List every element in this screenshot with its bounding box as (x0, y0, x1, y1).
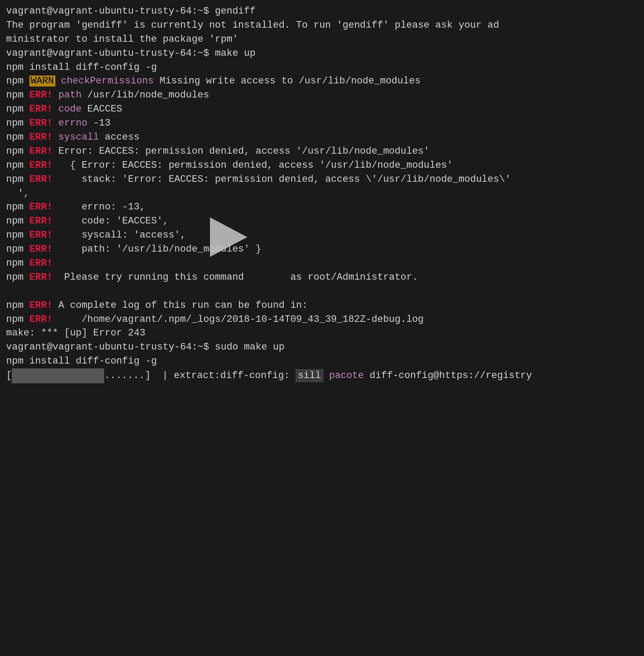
line-17: npm ERR! syscall: 'access', (6, 228, 638, 242)
check-permissions: checkPermissions (61, 76, 154, 87)
err-badge-17: ERR! (29, 230, 53, 241)
err-badge-13: ERR! (29, 174, 53, 185)
line-9: npm ERR! errno -13 (6, 116, 638, 130)
line-23: npm ERR! /home/vagrant/.npm/_logs/2018-1… (6, 313, 638, 327)
syscall-label: syscall (58, 132, 99, 143)
err-badge-9: ERR! (29, 118, 53, 129)
line-2: The program 'gendiff' is currently not i… (6, 18, 638, 32)
line-7: npm ERR! path /usr/lib/node_modules (6, 88, 638, 102)
errno-label: errno (58, 118, 87, 129)
err-badge-7: ERR! (29, 90, 53, 101)
line-18: npm ERR! path: '/usr/lib/node_modules' } (6, 242, 638, 256)
line-12: npm ERR! { Error: EACCES: permission den… (6, 159, 638, 173)
line-22: npm ERR! A complete log of this run can … (6, 299, 638, 313)
err-badge-10: ERR! (29, 132, 53, 143)
err-badge-16: ERR! (29, 216, 53, 227)
line-13: npm ERR! stack: 'Error: EACCES: permissi… (6, 173, 638, 187)
pacote-text: pacote (329, 370, 364, 381)
line-27: [ .......] | extract:diff-config: sill p… (6, 368, 638, 383)
line-3: ministrator to install the package 'rpm' (6, 32, 638, 47)
line-5: npm install diff-config -g (6, 61, 638, 75)
line-6: npm WARN checkPermissions Missing write … (6, 74, 638, 88)
err-badge-8: ERR! (29, 104, 53, 115)
terminal: vagrant@vagrant-ubuntu-trusty-64:~$ gend… (6, 4, 638, 383)
line-1: vagrant@vagrant-ubuntu-trusty-64:~$ gend… (6, 4, 638, 18)
err-badge-20: ERR! (29, 272, 53, 283)
err-badge-12: ERR! (29, 160, 53, 171)
err-badge-19: ERR! (29, 258, 53, 269)
line-21 (6, 285, 638, 299)
line-11: npm ERR! Error: EACCES: permission denie… (6, 144, 638, 159)
line-19: npm ERR! (6, 256, 638, 270)
line-16: npm ERR! code: 'EACCES', (6, 214, 638, 228)
err-badge-18: ERR! (29, 244, 53, 255)
play-triangle-icon (210, 217, 247, 257)
line-14: ', (6, 187, 638, 201)
warn-badge: WARN (29, 76, 55, 87)
line-10: npm ERR! syscall access (6, 130, 638, 144)
line-25: vagrant@vagrant-ubuntu-trusty-64:~$ sudo… (6, 340, 638, 354)
path-label: path (58, 90, 82, 101)
err-badge-11: ERR! (29, 146, 53, 157)
err-badge-23: ERR! (29, 314, 53, 325)
progress-bar (12, 368, 104, 383)
code-label: code (58, 104, 82, 115)
line-8: npm ERR! code EACCES (6, 102, 638, 116)
line-4: vagrant@vagrant-ubuntu-trusty-64:~$ make… (6, 47, 638, 61)
err-badge-22: ERR! (29, 300, 53, 311)
line-24: make: *** [up] Error 243 (6, 326, 638, 340)
line-20: npm ERR! Please try running this command… (6, 270, 638, 285)
err-badge-15: ERR! (29, 202, 53, 213)
sill-badge: sill (296, 369, 323, 382)
line-15: npm ERR! errno: -13, (6, 200, 638, 214)
line-26: npm install diff-config -g (6, 354, 638, 368)
play-button[interactable] (204, 215, 253, 259)
